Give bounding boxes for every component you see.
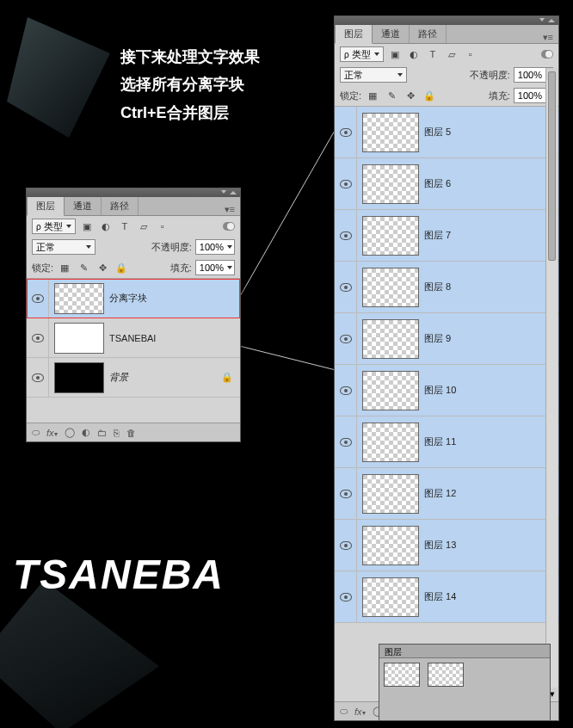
layer-thumbnail[interactable] (362, 371, 419, 410)
fill-input[interactable]: 100% (195, 260, 235, 275)
layer-name[interactable]: 图层 6 (424, 177, 558, 190)
visibility-toggle[interactable] (335, 210, 357, 261)
visibility-toggle[interactable] (335, 416, 357, 467)
tab-paths[interactable]: 路径 (102, 197, 139, 215)
layer-name[interactable]: TSANEBAI (109, 333, 240, 343)
layer-row[interactable]: 图层 6 (335, 158, 558, 210)
lock-position-icon[interactable]: ✥ (403, 89, 418, 102)
panel-collapse-icon[interactable] (221, 190, 226, 194)
lock-image-icon[interactable]: ✎ (76, 261, 91, 275)
layer-thumbnail[interactable] (54, 283, 104, 314)
filter-toggle[interactable] (541, 50, 553, 59)
layer-name[interactable]: 图层 5 (424, 126, 558, 139)
tab-paths[interactable]: 路径 (410, 25, 447, 43)
blend-mode-select[interactable]: 正常 (32, 239, 96, 255)
layer-thumbnail[interactable] (54, 362, 104, 393)
layer-name[interactable]: 图层 9 (424, 332, 558, 345)
filter-shape-icon[interactable]: ▱ (136, 219, 151, 233)
fx-icon[interactable]: fx▾ (354, 706, 366, 717)
layer-row[interactable]: 图层 10 (335, 365, 558, 416)
visibility-toggle[interactable] (27, 279, 49, 318)
tab-layers[interactable]: 图层 (335, 24, 373, 44)
lock-all-icon[interactable]: 🔒 (422, 89, 437, 102)
lock-position-icon[interactable]: ✥ (95, 261, 110, 275)
layer-row[interactable]: 图层 8 (335, 262, 558, 313)
trash-icon[interactable]: 🗑 (126, 428, 136, 438)
visibility-toggle[interactable] (335, 571, 357, 622)
layer-name[interactable]: 背景 (109, 371, 221, 384)
lock-all-icon[interactable]: 🔒 (114, 261, 129, 275)
blend-mode-select[interactable]: 正常 (340, 67, 407, 83)
visibility-toggle[interactable] (335, 313, 357, 364)
layer-name[interactable]: 图层 7 (424, 229, 558, 242)
new-layer-icon[interactable]: ⎘ (114, 428, 120, 438)
visibility-toggle[interactable] (335, 468, 357, 519)
tab-layers[interactable]: 图层 (27, 196, 65, 216)
layer-thumbnail[interactable] (362, 577, 419, 617)
lock-image-icon[interactable]: ✎ (384, 89, 399, 102)
panel-menu-icon[interactable]: ▾≡ (219, 204, 240, 215)
lock-transparency-icon[interactable]: ▦ (57, 261, 72, 275)
tab-channels[interactable]: 通道 (373, 25, 410, 43)
opacity-input[interactable]: 100% (195, 239, 235, 255)
layer-row[interactable]: 图层 5 (335, 107, 558, 158)
filter-smart-icon[interactable]: ▫ (463, 47, 478, 61)
filter-toggle[interactable] (223, 222, 235, 231)
link-layers-icon[interactable]: ⬭ (32, 427, 40, 438)
panel-menu-icon[interactable]: ▾≡ (538, 32, 558, 43)
layer-thumbnail[interactable] (362, 423, 419, 462)
panel-drag-bar[interactable] (335, 16, 558, 25)
kind-filter-select[interactable]: ρ 类型 (340, 46, 384, 62)
scroll-thumb[interactable] (548, 71, 556, 261)
layer-thumbnail[interactable] (362, 164, 419, 204)
layer-row[interactable]: 图层 9 (335, 313, 558, 365)
panel-collapse-icon[interactable] (539, 18, 545, 22)
folder-icon[interactable]: 🗀 (97, 428, 107, 438)
layer-thumbnail[interactable] (362, 474, 419, 514)
filter-smart-icon[interactable]: ▫ (155, 219, 170, 233)
filter-text-icon[interactable]: T (425, 47, 441, 61)
layer-name[interactable]: 图层 11 (424, 435, 558, 448)
visibility-toggle[interactable] (335, 520, 357, 571)
layer-thumbnail[interactable] (362, 526, 419, 565)
layer-row[interactable]: 图层 12 (335, 468, 558, 520)
filter-pixel-icon[interactable]: ▣ (387, 47, 403, 61)
filter-text-icon[interactable]: T (117, 219, 132, 233)
filter-shape-icon[interactable]: ▱ (444, 47, 459, 61)
link-layers-icon[interactable]: ⬭ (340, 706, 348, 717)
fx-icon[interactable]: fx▾ (46, 428, 58, 438)
layer-name[interactable]: 图层 14 (424, 590, 558, 603)
filter-adjust-icon[interactable]: ◐ (406, 47, 422, 61)
visibility-toggle[interactable] (27, 318, 49, 357)
lock-transparency-icon[interactable]: ▦ (365, 89, 380, 102)
visibility-toggle[interactable] (27, 358, 49, 397)
mask-icon[interactable]: ◯ (65, 427, 75, 438)
layer-row[interactable]: TSANEBAI (27, 318, 240, 358)
layer-thumbnail[interactable] (362, 216, 419, 256)
filter-pixel-icon[interactable]: ▣ (79, 219, 95, 233)
layer-name[interactable]: 图层 8 (424, 281, 558, 293)
layer-thumbnail[interactable] (362, 319, 419, 359)
layer-thumbnail[interactable] (362, 113, 419, 152)
kind-filter-select[interactable]: ρ 类型 (32, 219, 76, 234)
layer-name[interactable]: 图层 10 (424, 384, 558, 397)
layer-row[interactable]: 图层 11 (335, 416, 558, 468)
visibility-toggle[interactable] (335, 262, 357, 312)
filter-adjust-icon[interactable]: ◐ (98, 219, 114, 233)
tab-channels[interactable]: 通道 (65, 197, 102, 215)
scrollbar[interactable]: ▴ ▾ (545, 68, 558, 700)
layer-name[interactable]: 图层 13 (424, 539, 558, 552)
layer-thumbnail[interactable] (54, 323, 104, 354)
layer-row-merged[interactable]: 分离字块 (27, 279, 240, 318)
visibility-toggle[interactable] (335, 365, 357, 416)
layer-name[interactable]: 分离字块 (109, 292, 240, 305)
layer-row[interactable]: 图层 14 (335, 571, 558, 623)
adjustment-icon[interactable]: ◐ (82, 427, 90, 438)
layer-name[interactable]: 图层 12 (424, 487, 558, 500)
layer-row[interactable]: 图层 13 (335, 520, 558, 571)
visibility-toggle[interactable] (335, 107, 357, 157)
layer-row-background[interactable]: 背景 🔒 (27, 358, 240, 398)
visibility-toggle[interactable] (335, 158, 357, 209)
layer-row[interactable]: 图层 7 (335, 210, 558, 262)
layer-thumbnail[interactable] (362, 268, 419, 307)
